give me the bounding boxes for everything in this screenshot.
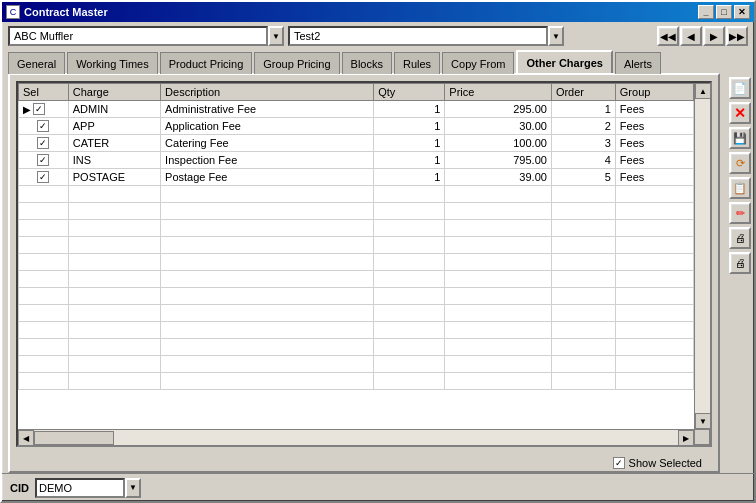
cid-dropdown-arrow[interactable]: ▼ — [125, 478, 141, 498]
panel-new-button[interactable]: 📄 — [729, 77, 751, 99]
panel-copy-button[interactable]: 📋 — [729, 177, 751, 199]
description-cell: Postage Fee — [161, 169, 374, 186]
main-content: Sel Charge Description Qty Price Order G… — [2, 73, 754, 473]
row-checkbox[interactable] — [37, 171, 49, 183]
tab-product-pricing[interactable]: Product Pricing — [160, 52, 253, 74]
right-panel: 📄 ✕ 💾 ⟳ 📋 ✏ 🖨 🖨 — [726, 73, 754, 473]
col-header-order: Order — [551, 84, 615, 101]
test-dropdown[interactable]: Test2 — [288, 26, 548, 46]
col-header-group: Group — [615, 84, 693, 101]
scrollbar-corner — [694, 429, 710, 445]
show-selected-container: Show Selected — [613, 457, 702, 469]
price-cell: 295.00 — [445, 101, 552, 118]
col-header-price: Price — [445, 84, 552, 101]
panel-refresh-button[interactable]: ⟳ — [729, 152, 751, 174]
tab-working-times[interactable]: Working Times — [67, 52, 158, 74]
row-checkbox[interactable] — [33, 103, 45, 115]
row-checkbox[interactable] — [37, 154, 49, 166]
empty-row — [19, 373, 694, 390]
qty-cell: 1 — [374, 152, 445, 169]
tab-general[interactable]: General — [8, 52, 65, 74]
table-row[interactable]: POSTAGEPostage Fee139.005Fees — [19, 169, 694, 186]
tab-rules[interactable]: Rules — [394, 52, 440, 74]
empty-row — [19, 339, 694, 356]
maximize-button[interactable]: □ — [716, 5, 732, 19]
window-title: Contract Master — [24, 6, 108, 18]
empty-row — [19, 203, 694, 220]
company-dropdown-container: ABC Muffler ▼ — [8, 26, 284, 46]
group-cell: Fees — [615, 118, 693, 135]
nav-last-button[interactable]: ▶▶ — [726, 26, 748, 46]
vertical-scrollbar[interactable]: ▲ ▼ — [694, 83, 710, 429]
panel-print-button[interactable]: 🖨 — [729, 227, 751, 249]
tab-other-charges[interactable]: Other Charges — [516, 50, 612, 73]
bottom-area: Show Selected — [10, 453, 718, 471]
show-selected-label: Show Selected — [629, 457, 702, 469]
tab-group-pricing[interactable]: Group Pricing — [254, 52, 339, 74]
tab-alerts[interactable]: Alerts — [615, 52, 661, 74]
price-cell: 100.00 — [445, 135, 552, 152]
empty-row — [19, 220, 694, 237]
close-button[interactable]: ✕ — [734, 5, 750, 19]
table-row[interactable]: INSInspection Fee1795.004Fees — [19, 152, 694, 169]
scroll-right-button[interactable]: ▶ — [678, 430, 694, 445]
empty-row — [19, 237, 694, 254]
horizontal-scrollbar[interactable]: ◀ ▶ — [18, 429, 694, 445]
description-cell: Application Fee — [161, 118, 374, 135]
cid-label: CID — [10, 482, 29, 494]
description-cell: Administrative Fee — [161, 101, 374, 118]
empty-row — [19, 356, 694, 373]
scroll-down-button[interactable]: ▼ — [695, 413, 710, 429]
group-cell: Fees — [615, 135, 693, 152]
panel-save-button[interactable]: 💾 — [729, 127, 751, 149]
sel-cell — [19, 135, 69, 152]
charge-cell: POSTAGE — [68, 169, 160, 186]
panel-delete-button[interactable]: ✕ — [729, 102, 751, 124]
title-bar: C Contract Master _ □ ✕ — [2, 2, 754, 22]
show-selected-checkbox[interactable] — [613, 457, 625, 469]
empty-row — [19, 305, 694, 322]
test-dropdown-arrow[interactable]: ▼ — [548, 26, 564, 46]
price-cell: 39.00 — [445, 169, 552, 186]
empty-row — [19, 288, 694, 305]
sel-cell — [19, 118, 69, 135]
empty-row — [19, 186, 694, 203]
panel-edit-button[interactable]: ✏ — [729, 202, 751, 224]
panel-print2-button[interactable]: 🖨 — [729, 252, 751, 274]
table-row[interactable]: ▶ADMINAdministrative Fee1295.001Fees — [19, 101, 694, 118]
charge-cell: CATER — [68, 135, 160, 152]
table-row[interactable]: APPApplication Fee130.002Fees — [19, 118, 694, 135]
table-scroll-wrapper: Sel Charge Description Qty Price Order G… — [18, 83, 710, 445]
order-cell: 5 — [551, 169, 615, 186]
order-cell: 3 — [551, 135, 615, 152]
company-dropdown-arrow[interactable]: ▼ — [268, 26, 284, 46]
nav-prev-button[interactable]: ◀ — [680, 26, 702, 46]
scroll-up-button[interactable]: ▲ — [695, 83, 710, 99]
empty-row — [19, 254, 694, 271]
row-checkbox[interactable] — [37, 137, 49, 149]
charge-cell: ADMIN — [68, 101, 160, 118]
row-arrow: ▶ — [23, 104, 31, 115]
content-area: Sel Charge Description Qty Price Order G… — [8, 73, 720, 473]
company-dropdown[interactable]: ABC Muffler — [8, 26, 268, 46]
group-cell: Fees — [615, 169, 693, 186]
cid-dropdown-container: DEMO ▼ — [35, 478, 141, 498]
status-bar: CID DEMO ▼ — [2, 473, 754, 501]
test-dropdown-container: Test2 ▼ — [288, 26, 564, 46]
title-bar-left: C Contract Master — [6, 5, 108, 19]
main-window: C Contract Master _ □ ✕ ABC Muffler ▼ Te… — [0, 0, 756, 503]
table-row[interactable]: CATERCatering Fee1100.003Fees — [19, 135, 694, 152]
row-checkbox[interactable] — [37, 120, 49, 132]
h-scroll-track — [34, 430, 678, 445]
empty-row — [19, 322, 694, 339]
description-cell: Inspection Fee — [161, 152, 374, 169]
cid-dropdown[interactable]: DEMO — [35, 478, 125, 498]
h-scroll-thumb[interactable] — [34, 431, 114, 445]
nav-first-button[interactable]: ◀◀ — [657, 26, 679, 46]
nav-next-button[interactable]: ▶ — [703, 26, 725, 46]
title-buttons: _ □ ✕ — [698, 5, 750, 19]
minimize-button[interactable]: _ — [698, 5, 714, 19]
tab-blocks[interactable]: Blocks — [342, 52, 392, 74]
tab-copy-from[interactable]: Copy From — [442, 52, 514, 74]
scroll-left-button[interactable]: ◀ — [18, 430, 34, 445]
